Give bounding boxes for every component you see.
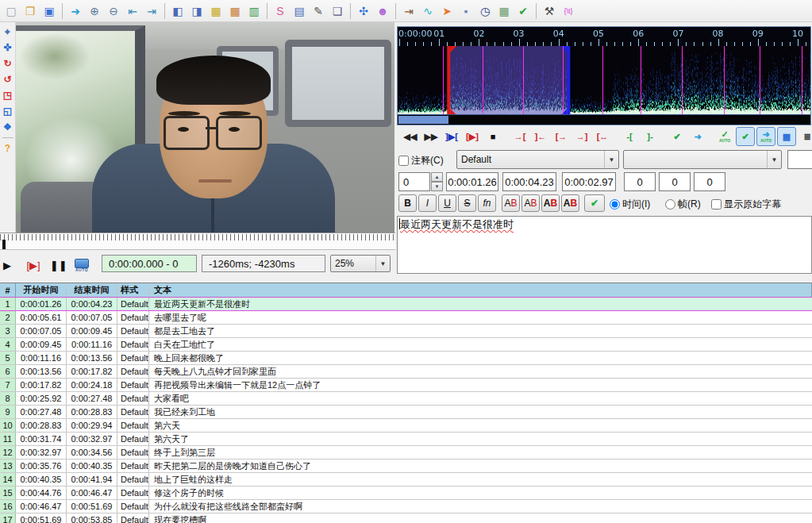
time-mode-radio-input[interactable] [610, 199, 620, 210]
video-frame[interactable] [16, 22, 394, 233]
audio-next-line-button[interactable]: ▶▶ [421, 127, 441, 146]
styles-manager-icon[interactable]: S [271, 2, 289, 20]
audio-play-last-500-button[interactable]: →] [572, 127, 591, 146]
audio-prev-line-button[interactable]: ◀◀ [401, 127, 420, 146]
show-original-checkbox[interactable]: 显示原始字幕 [711, 198, 781, 211]
zoom-in-icon[interactable]: ⊕ [86, 2, 103, 20]
video-auto-sync-toggle[interactable]: AUTO [71, 256, 92, 274]
table-row[interactable]: 50:00:11.160:00:13.56Default晚上回来都很晚了 [0, 352, 812, 365]
commit-button[interactable]: ✔ [584, 194, 605, 212]
kanji-grid-icon[interactable]: ▦ [495, 2, 513, 20]
time-mode-radio[interactable]: 时间(I) [610, 198, 650, 211]
help-icon[interactable]: ? [1, 141, 15, 156]
table-row[interactable]: 40:00:09.450:00:11.16Default白天在工地忙了 [0, 338, 812, 352]
jump-to-icon[interactable]: ➜ [67, 2, 84, 20]
grid-header-style[interactable]: 样式 [117, 283, 149, 297]
table-row[interactable]: 70:00:17.820:00:24.18Default再把视频导出来编辑一下就… [0, 379, 812, 392]
table-row[interactable]: 90:00:27.480:00:28.83Default我已经来到工地 [0, 406, 812, 419]
audio-auto-scroll-toggle[interactable]: ➜AUTO [756, 127, 775, 146]
start-time-field[interactable]: 0:00:01.26 [446, 172, 498, 191]
rotate-z-tool-icon[interactable]: ↻ [1, 56, 15, 71]
spell-checker-icon[interactable]: ✔ [514, 2, 532, 20]
transform-tag-icon[interactable]: {\t} [560, 2, 577, 20]
video-play-line-button[interactable]: [▶] [21, 256, 46, 274]
grid-header-text[interactable]: 文本 [149, 283, 812, 297]
audio-display[interactable] [397, 26, 811, 125]
table-row[interactable]: 80:00:25.920:00:27.48Default大家看吧 [0, 392, 812, 406]
frame-mode-radio-input[interactable] [665, 199, 675, 210]
margin-vertical-field[interactable]: 0 [694, 172, 725, 191]
audio-play-to-end-button[interactable]: [↔ [593, 127, 612, 146]
video-zoom-combo[interactable]: 25% ▼ [330, 255, 391, 272]
show-original-checkbox-input[interactable] [711, 199, 722, 210]
effect-field[interactable] [787, 150, 812, 169]
table-row[interactable]: 150:00:44.760:00:46.47Default修这个房子的时候 [0, 486, 812, 500]
styling-assistant-icon[interactable]: ∿ [419, 2, 437, 20]
film-grid-green-icon[interactable]: ▥ [245, 2, 263, 20]
audio-stop-button[interactable]: ■ [483, 127, 502, 146]
comment-checkbox-input[interactable] [398, 156, 409, 166]
drag-tool-icon[interactable]: ✜ [1, 40, 15, 55]
font-button[interactable]: fn [478, 194, 496, 212]
table-row[interactable]: 120:00:32.970:00:34.56Default终于上到第三层 [0, 446, 812, 460]
audio-spectrum-toggle[interactable]: ▦ [777, 127, 796, 146]
table-row[interactable]: 20:00:05.610:00:07.05Default去哪里去了呢 [0, 311, 812, 325]
kanji-timer-icon[interactable]: ☻ [374, 2, 391, 20]
video-play-button[interactable]: ▶ [0, 256, 14, 274]
actor-combo[interactable]: ▼ [623, 150, 782, 169]
audio-play-line-button[interactable]: [▶] [463, 127, 482, 146]
underline-button[interactable]: U [438, 194, 456, 212]
keyframe-pin-icon-1[interactable]: ◧ [169, 2, 187, 20]
shadow-color-button[interactable]: AB [561, 194, 579, 212]
audio-goto-selection-button[interactable]: ➜ [688, 127, 707, 146]
table-row[interactable]: 130:00:35.760:00:40.35Default昨天把第二层的是傍晚才… [0, 460, 812, 473]
clip-tool-icon[interactable]: ◱ [1, 104, 15, 118]
audio-play-selection-button[interactable]: ]▶[ [442, 127, 461, 146]
table-row[interactable]: 10:00:01.260:00:04.23Default最近两天更新不是很准时 [0, 298, 812, 311]
audio-scrollbar-thumb[interactable] [398, 116, 448, 124]
vector-clip-tool-icon[interactable]: ❖ [1, 120, 15, 134]
comment-checkbox[interactable]: 注释(C) [398, 154, 444, 167]
translation-assistant-icon[interactable]: ➤ [438, 2, 456, 20]
audio-play-500-after-button[interactable]: ]← [531, 127, 550, 146]
door-arrow-icon[interactable]: ⇥ [400, 2, 418, 20]
margin-left-field[interactable]: 0 [624, 172, 656, 191]
film-grid-yellow-icon[interactable]: ▦ [207, 2, 225, 20]
table-row[interactable]: 160:00:46.470:00:51.69Default为什么就没有把这些线路… [0, 500, 812, 513]
video-pause-button[interactable]: ❚❚ [49, 256, 68, 274]
seek-thumb[interactable] [2, 240, 6, 249]
table-row[interactable]: 30:00:07.050:00:09.45Default都是去工地去了 [0, 325, 812, 338]
zoom-out-icon[interactable]: ⊖ [105, 2, 122, 20]
bold-button[interactable]: B [398, 194, 417, 212]
save-file-icon[interactable]: ▣ [40, 2, 58, 20]
audio-auto-commit-toggle[interactable]: ✓AUTO [715, 127, 734, 146]
table-row[interactable]: 100:00:28.830:00:29.94Default第六天 [0, 419, 812, 433]
audio-auto-next-toggle[interactable]: ✔ [736, 127, 755, 146]
end-time-field[interactable]: 0:00:04.23 [502, 172, 556, 191]
snap-end-to-video-icon[interactable]: ⇥ [143, 2, 160, 20]
new-file-icon[interactable]: ▢ [2, 2, 20, 20]
snap-start-to-video-icon[interactable]: ⇤ [124, 2, 141, 20]
audio-play-500-before-button[interactable]: →[ [510, 127, 529, 146]
open-file-icon[interactable]: ❐ [21, 2, 39, 20]
grid-header-num[interactable]: # [0, 283, 16, 297]
audio-scrollbar[interactable] [398, 114, 810, 125]
strikeout-button[interactable]: S [458, 194, 476, 212]
grid-header-start[interactable]: 开始时间 [16, 283, 67, 297]
italic-button[interactable]: I [418, 194, 437, 212]
scale-tool-icon[interactable]: ◳ [1, 88, 15, 102]
properties-icon[interactable]: ▤ [291, 2, 308, 20]
audio-karaoke-bars-toggle[interactable]: ≣ [798, 127, 812, 146]
style-combo[interactable]: Default ▼ [456, 150, 619, 169]
table-row[interactable]: 170:00:51.690:00:53.85Default现在要挖槽啊 [0, 513, 812, 523]
attachments-icon[interactable]: ✎ [310, 2, 327, 20]
layer-field[interactable]: 0 [398, 172, 430, 191]
resample-resolution-icon[interactable]: ▪ [457, 2, 475, 20]
table-row[interactable]: 110:00:31.740:00:32.97Default第六天了 [0, 433, 812, 446]
outline-color-button[interactable]: AB [541, 194, 560, 212]
standard-tool-icon[interactable]: ⌖ [1, 25, 15, 39]
video-seek-bar[interactable] [0, 233, 395, 250]
audio-lead-in-button[interactable]: -[ [620, 127, 639, 146]
rotate-xy-tool-icon[interactable]: ↺ [1, 72, 15, 87]
margin-right-field[interactable]: 0 [659, 172, 691, 191]
